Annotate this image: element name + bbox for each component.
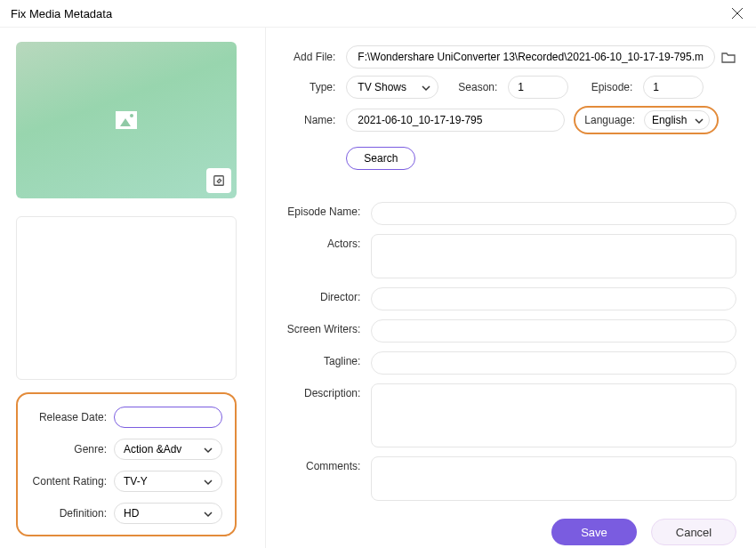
image-placeholder-icon bbox=[116, 111, 137, 129]
comments-input[interactable] bbox=[371, 456, 736, 501]
actors-label: Actors: bbox=[286, 234, 371, 278]
description-label: Description: bbox=[286, 383, 371, 447]
season-label: Season: bbox=[438, 81, 508, 93]
chevron-down-icon bbox=[204, 509, 213, 518]
description-input[interactable] bbox=[371, 383, 736, 447]
cancel-button[interactable]: Cancel bbox=[651, 519, 736, 545]
content-rating-select[interactable]: TV-Y bbox=[114, 471, 222, 492]
episode-name-input[interactable] bbox=[371, 202, 736, 225]
content-rating-label: Content Rating: bbox=[23, 475, 114, 488]
release-date-label: Release Date: bbox=[23, 411, 114, 423]
episode-label: Episode: bbox=[568, 81, 643, 93]
definition-label: Definition: bbox=[23, 507, 114, 520]
add-file-label: Add File: bbox=[286, 51, 346, 63]
episode-name-label: Episode Name: bbox=[286, 202, 371, 225]
search-button[interactable]: Search bbox=[346, 147, 415, 170]
chevron-down-icon bbox=[204, 477, 213, 486]
left-metadata-group: Release Date: Genre: Action &Adv Content… bbox=[16, 392, 237, 536]
screen-writers-input[interactable] bbox=[371, 319, 736, 342]
add-file-input[interactable]: F:\Wondershare UniConverter 13\Recorded\… bbox=[346, 45, 715, 68]
name-input[interactable]: 2021-06-10_10-17-19-795 bbox=[346, 109, 565, 132]
window-title: Fix Media Metadata bbox=[11, 7, 112, 20]
tagline-input[interactable] bbox=[371, 351, 736, 375]
left-panel: Release Date: Genre: Action &Adv Content… bbox=[0, 28, 266, 548]
footer-actions: Save Cancel bbox=[286, 510, 736, 545]
chevron-down-icon bbox=[204, 445, 213, 454]
edit-thumbnail-button[interactable] bbox=[206, 168, 231, 193]
definition-select[interactable]: HD bbox=[114, 503, 222, 524]
release-date-input[interactable] bbox=[114, 407, 222, 428]
tagline-label: Tagline: bbox=[286, 351, 371, 375]
browse-folder-icon[interactable] bbox=[720, 49, 736, 65]
chevron-down-icon bbox=[695, 116, 704, 125]
season-input[interactable]: 1 bbox=[508, 76, 568, 99]
director-input[interactable] bbox=[371, 287, 736, 310]
thumbnail-preview bbox=[16, 42, 237, 198]
language-group: Language: English bbox=[574, 106, 719, 134]
genre-label: Genre: bbox=[23, 443, 114, 455]
language-label: Language: bbox=[584, 114, 635, 126]
episode-input[interactable]: 1 bbox=[643, 76, 704, 99]
type-label: Type: bbox=[286, 81, 346, 93]
screen-writers-label: Screen Writers: bbox=[286, 319, 371, 342]
type-select[interactable]: TV Shows bbox=[346, 76, 438, 99]
actors-input[interactable] bbox=[371, 234, 736, 278]
comments-label: Comments: bbox=[286, 456, 371, 501]
director-label: Director: bbox=[286, 287, 371, 310]
language-select[interactable]: English bbox=[644, 110, 710, 130]
close-icon[interactable] bbox=[729, 5, 745, 21]
chevron-down-icon bbox=[422, 83, 430, 92]
save-button[interactable]: Save bbox=[551, 519, 637, 545]
titlebar: Fix Media Metadata bbox=[0, 0, 756, 28]
name-label: Name: bbox=[286, 114, 346, 126]
genre-select[interactable]: Action &Adv bbox=[114, 439, 222, 460]
right-panel: Add File: F:\Wondershare UniConverter 13… bbox=[266, 28, 756, 548]
secondary-preview-box bbox=[16, 216, 237, 380]
